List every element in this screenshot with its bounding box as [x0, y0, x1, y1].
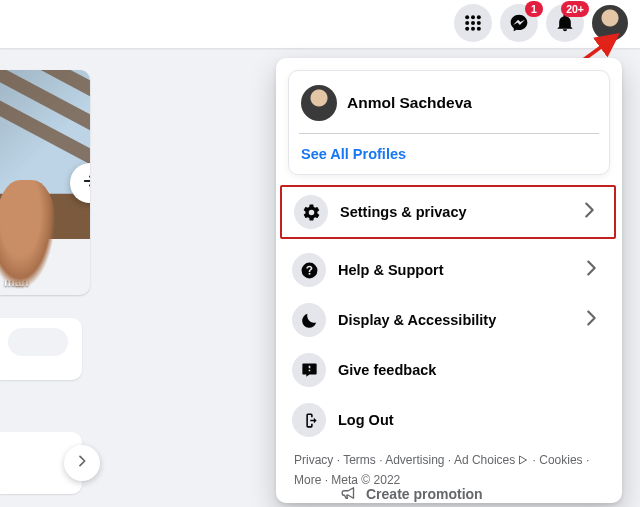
menu-label: Display & Accessibility: [338, 312, 496, 328]
megaphone-icon: [340, 484, 358, 505]
menu-help-support[interactable]: Help & Support: [288, 245, 610, 295]
question-icon: [292, 253, 326, 287]
menu-label: Log Out: [338, 412, 394, 428]
svg-point-4: [471, 21, 475, 25]
messenger-icon: [509, 13, 529, 33]
highlight-box: Settings & privacy: [280, 185, 616, 239]
side-card-2: [0, 432, 82, 494]
chevron-right-icon: [580, 307, 602, 333]
svg-point-6: [465, 27, 469, 31]
messenger-badge: 1: [525, 1, 543, 17]
svg-point-8: [477, 27, 481, 31]
story-next-button[interactable]: [70, 163, 90, 203]
side-card-next-button[interactable]: [64, 445, 100, 481]
feedback-icon: [292, 353, 326, 387]
logout-icon: [292, 403, 326, 437]
top-bar: 1 20+: [0, 0, 640, 48]
footer-terms[interactable]: Terms: [343, 453, 376, 467]
svg-point-7: [471, 27, 475, 31]
top-right-tray: 1 20+: [454, 4, 628, 42]
menu-display-accessibility[interactable]: Display & Accessibility: [288, 295, 610, 345]
account-avatar-button[interactable]: [592, 5, 628, 41]
svg-marker-12: [520, 456, 527, 464]
arrow-right-icon: [81, 172, 90, 194]
footer-cookies[interactable]: Cookies: [539, 453, 582, 467]
svg-point-3: [465, 21, 469, 25]
footer-more[interactable]: More: [294, 473, 321, 487]
messenger-button[interactable]: 1: [500, 4, 538, 42]
svg-point-0: [465, 15, 469, 19]
side-card-1: [0, 318, 82, 380]
ad-choices-icon: [517, 453, 529, 471]
moon-icon: [292, 303, 326, 337]
menu-settings-privacy[interactable]: Settings & privacy: [290, 187, 608, 237]
profile-name: Anmol Sachdeva: [347, 94, 472, 112]
menu-label: Give feedback: [338, 362, 436, 378]
story-caption: man: [4, 275, 29, 289]
menu-label: Help & Support: [338, 262, 444, 278]
svg-point-5: [477, 21, 481, 25]
svg-point-1: [471, 15, 475, 19]
profile-row[interactable]: Anmol Sachdeva: [299, 77, 599, 129]
chevron-right-icon: [74, 453, 90, 473]
profile-card: Anmol Sachdeva See All Profiles: [288, 70, 610, 175]
svg-point-2: [477, 15, 481, 19]
menu-log-out[interactable]: Log Out: [288, 395, 610, 445]
menu-give-feedback[interactable]: Give feedback: [288, 345, 610, 395]
footer-ad-choices[interactable]: Ad Choices: [454, 453, 515, 467]
account-menu-panel: Anmol Sachdeva See All Profiles Settings…: [276, 58, 622, 503]
menu-grid-button[interactable]: [454, 4, 492, 42]
see-all-profiles-link[interactable]: See All Profiles: [299, 142, 599, 164]
chevron-right-icon: [580, 257, 602, 283]
create-promotion-label: Create promotion: [366, 486, 483, 502]
notifications-button[interactable]: 20+: [546, 4, 584, 42]
menu-label: Settings & privacy: [340, 204, 467, 220]
divider: [299, 133, 599, 134]
notifications-badge: 20+: [561, 1, 589, 17]
gear-icon: [294, 195, 328, 229]
chevron-right-icon: [578, 199, 600, 225]
footer-advertising[interactable]: Advertising: [385, 453, 444, 467]
grid-icon: [463, 13, 483, 33]
profile-avatar: [301, 85, 337, 121]
chip-placeholder[interactable]: [8, 328, 68, 356]
footer-privacy[interactable]: Privacy: [294, 453, 333, 467]
create-promotion-button[interactable]: Create promotion: [340, 481, 483, 507]
story-card[interactable]: man: [0, 70, 90, 295]
